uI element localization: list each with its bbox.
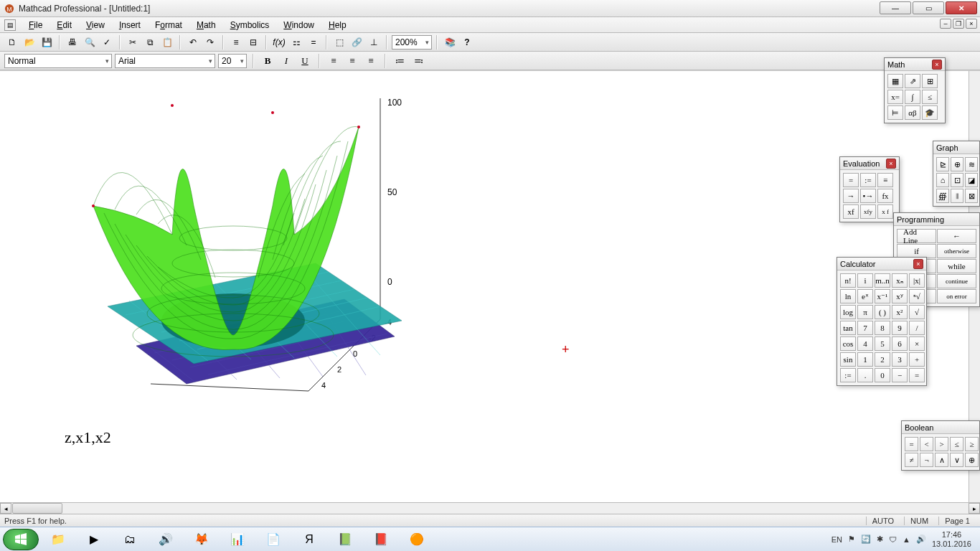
mdi-close-button[interactable]: × <box>966 19 977 29</box>
close-icon[interactable]: × <box>913 259 923 269</box>
paste-icon[interactable]: 📋 <box>159 34 175 50</box>
calc-key[interactable]: 3 <box>892 352 908 367</box>
explorer2-task[interactable]: 🗂 <box>113 529 146 550</box>
calc-key[interactable]: xₙ <box>892 273 908 288</box>
graph-palette-icon[interactable]: ⇗ <box>905 74 920 88</box>
resource-icon[interactable]: 📚 <box>442 34 458 50</box>
scroll-left-arrow[interactable]: ◂ <box>0 503 11 514</box>
scatter-button[interactable]: ∰ <box>936 189 949 203</box>
help-icon[interactable]: ? <box>459 34 475 50</box>
bool-key[interactable]: ¬ <box>920 453 933 467</box>
align-right-button[interactable]: ≡ <box>363 53 379 69</box>
font-combo[interactable]: Arial <box>115 54 215 68</box>
calc-key[interactable]: xʸ <box>892 289 908 303</box>
calc-key[interactable]: 1 <box>857 352 873 367</box>
bool-key[interactable]: ≤ <box>950 437 963 451</box>
calc-key[interactable]: sin <box>840 352 856 367</box>
calc-key[interactable]: x⁻¹ <box>875 289 890 303</box>
zoom-combo[interactable]: 200% <box>392 35 432 50</box>
menu-help[interactable]: Help <box>321 19 354 32</box>
calc-key[interactable]: ln <box>840 289 856 303</box>
menu-window[interactable]: Window <box>276 19 321 32</box>
tray-icon[interactable]: 🛡 <box>889 535 897 544</box>
scroll-thumb[interactable] <box>12 503 62 514</box>
close-icon[interactable]: × <box>932 60 942 70</box>
align-left-button[interactable]: ≡ <box>326 53 341 69</box>
evaluation-palette[interactable]: Evaluation× = := ≡ → •→ fx xf xfy x f <box>839 156 900 222</box>
calc-key[interactable]: − <box>892 368 908 382</box>
calculate-icon[interactable]: = <box>306 34 321 50</box>
redo-icon[interactable]: ↷ <box>202 34 218 50</box>
eq-button[interactable]: = <box>843 173 859 187</box>
close-button[interactable]: ✕ <box>946 1 977 14</box>
calc-key[interactable]: × <box>909 336 925 351</box>
calc-key[interactable]: + <box>909 352 925 367</box>
menu-edit[interactable]: Edit <box>50 19 79 32</box>
arrow-button[interactable]: → <box>843 189 859 203</box>
bool-key[interactable]: = <box>905 437 918 451</box>
bold-button[interactable]: B <box>260 53 275 69</box>
function-icon[interactable]: f(x) <box>271 34 287 50</box>
explorer-task[interactable]: 📁 <box>42 529 75 550</box>
align-center-button[interactable]: ≡ <box>344 53 360 69</box>
xfy-button[interactable]: xfy <box>860 204 876 219</box>
calc-key[interactable]: ( ) <box>875 305 890 319</box>
minimize-button[interactable]: — <box>880 1 911 14</box>
component-icon[interactable]: ⬚ <box>331 34 347 50</box>
underline-button[interactable]: U <box>297 53 313 69</box>
fx-button[interactable]: fx <box>877 189 893 203</box>
size-combo[interactable]: 20 <box>218 54 247 68</box>
undo-icon[interactable]: ↶ <box>185 34 201 50</box>
align2-icon[interactable]: ⊟ <box>245 34 261 50</box>
calc2-palette-icon[interactable]: ∫ <box>905 90 920 104</box>
word-task[interactable]: 📄 <box>257 529 290 550</box>
save-icon[interactable]: 💾 <box>39 34 55 50</box>
patch-button[interactable]: ⊠ <box>965 189 978 203</box>
bool-key[interactable]: > <box>935 437 948 451</box>
calc-key[interactable]: 2 <box>875 352 890 367</box>
menu-view[interactable]: View <box>79 19 112 32</box>
hyperlink-icon[interactable]: 🔗 <box>349 34 364 50</box>
eval-palette-icon[interactable]: x= <box>887 90 903 104</box>
calc-key[interactable]: 6 <box>892 336 908 351</box>
open-icon[interactable]: 📂 <box>22 34 37 50</box>
mediaplayer-task[interactable]: ▶ <box>77 529 110 550</box>
bool-key[interactable]: < <box>920 437 933 451</box>
print-icon[interactable]: 🖶 <box>65 34 80 50</box>
bool-key[interactable]: ≠ <box>905 453 918 467</box>
calc-key[interactable]: m..n <box>875 273 890 288</box>
sym-palette-icon[interactable]: 🎓 <box>922 105 938 120</box>
horizontal-scrollbar[interactable]: ◂ ▸ <box>0 502 980 514</box>
bool-key[interactable]: ∧ <box>935 453 948 467</box>
calc-key[interactable]: 9 <box>892 321 908 335</box>
document-area[interactable]: 100 50 0 -4 -2 0 2 4 <box>0 70 980 514</box>
calc-key[interactable]: π <box>857 305 873 319</box>
tray-icon[interactable]: 🔄 <box>861 534 871 544</box>
math-palette[interactable]: Math× ▦ ⇗ ⊞ x= ∫ ≤ ⊨ αβ 🎓 <box>884 57 946 123</box>
calc-key[interactable]: / <box>909 321 925 335</box>
tray-icon[interactable]: ⚑ <box>848 534 855 544</box>
cut-icon[interactable]: ✂ <box>125 34 141 50</box>
bool-key[interactable]: ≥ <box>965 437 979 451</box>
calc-key[interactable]: 4 <box>857 336 873 351</box>
graph-palette[interactable]: Graph ⊵ ⊕ ≋ ⌂ ⊡ ◪ ∰ ⫴ ⊠ <box>933 141 980 207</box>
xf-button[interactable]: xf <box>843 204 859 219</box>
calc-palette-icon[interactable]: ▦ <box>887 74 903 88</box>
calc-key[interactable]: n! <box>840 273 856 288</box>
addline-button[interactable]: Add Line <box>897 229 936 243</box>
close-icon[interactable]: × <box>886 159 896 169</box>
mdi-system-icon[interactable]: ▤ <box>4 19 16 31</box>
copy-icon[interactable]: ⧉ <box>142 34 158 50</box>
menu-symbolics[interactable]: Symbolics <box>223 19 277 32</box>
menu-file[interactable]: File <box>22 19 50 32</box>
new-icon[interactable]: 🗋 <box>4 34 20 50</box>
adobe-task[interactable]: 📕 <box>364 529 397 550</box>
menu-insert[interactable]: Insert <box>112 19 148 32</box>
calculator-palette[interactable]: Calculator× n!im..nxₙ|x|lneˣx⁻¹xʸⁿ√logπ(… <box>837 257 927 386</box>
yandex-task[interactable]: Я <box>293 529 326 550</box>
bar-button[interactable]: ◪ <box>965 173 978 187</box>
preview-icon[interactable]: 🔍 <box>82 34 98 50</box>
contour-button[interactable]: ⊡ <box>951 173 963 187</box>
symarrow-button[interactable]: •→ <box>860 189 876 203</box>
calc-key[interactable]: cos <box>840 336 856 351</box>
